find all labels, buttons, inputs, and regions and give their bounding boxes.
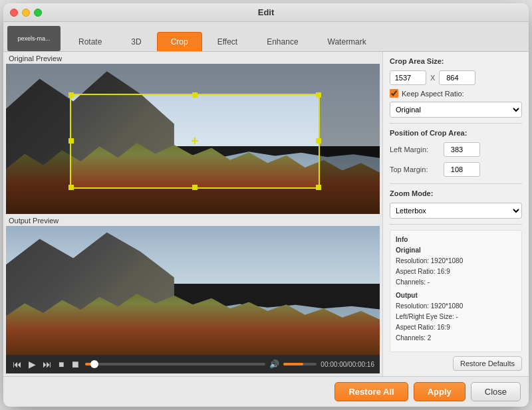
keep-aspect-row: Keep Aspect Ratio: [390,89,522,98]
tab-watermark[interactable]: Watermark [314,32,380,51]
crop-handle-ml[interactable] [68,138,74,144]
divider-1 [390,123,522,124]
crop-handle-bm[interactable] [192,185,198,190]
play-button[interactable]: ▶ [27,358,37,371]
skip-start-button[interactable]: ⏮ [11,358,23,371]
restore-all-button[interactable]: Restore All [334,382,408,401]
volume-icon: 🔊 [269,359,279,369]
aspect-ratio-select[interactable]: Original [390,102,522,118]
x-separator: X [430,74,435,82]
info-ar-out: Aspect Ratio: 16:9 [396,322,516,333]
tab-3d[interactable]: 3D [117,32,155,51]
tabs-bar: pexels-ma... Rotate 3D Crop Effect Enhan… [3,22,529,52]
volume-bar[interactable] [283,363,317,365]
tabs-list: Rotate 3D Crop Effect Enhance Watermark [65,26,529,51]
crop-width-input[interactable] [390,70,426,85]
top-margin-label: Top Margin: [390,165,440,173]
video-controls: ⏮ ▶ ⏭ ■ ⏹ 🔊 00:00:00/00:00:16 [6,355,380,373]
info-res-orig: Resolution: 1920*1080 [396,256,516,266]
info-res-out: Resolution: 1920*1080 [396,301,516,312]
original-video-scene: + [6,64,380,214]
time-display: 00:00:00/00:00:16 [321,361,374,368]
divider-3 [390,224,522,225]
info-box: Info Original Resolution: 1920*1080 Aspe… [390,230,522,352]
position-label: Position of Crop Area: [390,129,522,137]
progress-dot [90,360,98,368]
progress-bar[interactable] [85,363,265,365]
crop-handle-mr[interactable] [316,138,321,144]
tab-effect[interactable]: Effect [203,32,251,51]
left-margin-row: Left Margin: [390,142,522,157]
preview-panel: Original Preview [3,52,382,376]
output-video-container [6,226,380,355]
info-eye-out: Left/Right Eye Size: - [396,312,516,322]
zoom-mode-label: Zoom Mode: [390,189,522,197]
window-title: Edit [258,7,275,17]
info-ar-orig: Aspect Ratio: 16:9 [396,266,516,277]
crop-handle-bl[interactable] [68,185,74,190]
close-button[interactable]: Close [471,382,521,401]
title-bar: Edit [3,3,529,22]
crop-area-size-label: Crop Area Size: [390,57,522,65]
info-original: Original [396,245,516,256]
apply-button[interactable]: Apply [414,382,466,401]
crop-height-input[interactable] [439,70,475,85]
minimize-window-button[interactable] [22,9,30,17]
info-title: Info [396,235,516,245]
traffic-lights [10,9,42,17]
volume-fill [283,363,303,365]
main-content: Original Preview [3,52,529,376]
top-margin-input[interactable] [444,162,480,177]
skip-end-button[interactable]: ⏹ [69,358,81,371]
bottom-bar: Restore All Apply Close [3,376,529,407]
top-margin-row: Top Margin: [390,162,522,177]
skip-forward-button[interactable]: ⏭ [41,358,53,371]
keep-aspect-checkbox[interactable] [390,89,398,98]
crop-handle-br[interactable] [316,185,321,190]
crop-handle-tl[interactable] [68,92,74,98]
output-preview-label: Output Preview [3,214,382,226]
thumbnail-label: pexels-ma... [16,34,51,43]
right-panel: Crop Area Size: X Keep Aspect Ratio: Ori… [382,52,529,376]
zoom-mode-select[interactable]: Letterbox [390,203,522,219]
main-window: Edit pexels-ma... Rotate 3D Crop Effect … [3,3,529,407]
original-video-container: + [6,64,380,214]
tab-rotate[interactable]: Rotate [65,32,116,51]
stop-button[interactable]: ■ [57,358,65,371]
original-preview-section: Original Preview [3,52,382,214]
info-ch-out: Channels: 2 [396,333,516,344]
crop-center-icon: + [191,134,199,149]
crop-overlay[interactable]: + [70,94,321,188]
output-preview-section: Output Preview ⏮ ▶ ⏭ ■ ⏹ [3,214,382,376]
crop-handle-tm[interactable] [192,92,198,98]
divider-2 [390,183,522,184]
left-margin-input[interactable] [444,142,480,157]
crop-handle-tr[interactable] [316,92,321,98]
close-window-button[interactable] [10,9,18,17]
output-video-scene [6,226,380,355]
maximize-window-button[interactable] [34,9,42,17]
info-ch-orig: Channels: - [396,277,516,288]
keep-aspect-label: Keep Aspect Ratio: [402,90,464,98]
restore-defaults-button[interactable]: Restore Defaults [453,356,522,371]
tab-crop[interactable]: Crop [157,32,202,51]
crop-size-row: X [390,70,522,85]
tab-enhance[interactable]: Enhance [253,32,312,51]
left-margin-label: Left Margin: [390,146,440,154]
file-thumbnail[interactable]: pexels-ma... [7,26,61,51]
info-output: Output [396,290,516,301]
original-preview-label: Original Preview [3,52,382,64]
